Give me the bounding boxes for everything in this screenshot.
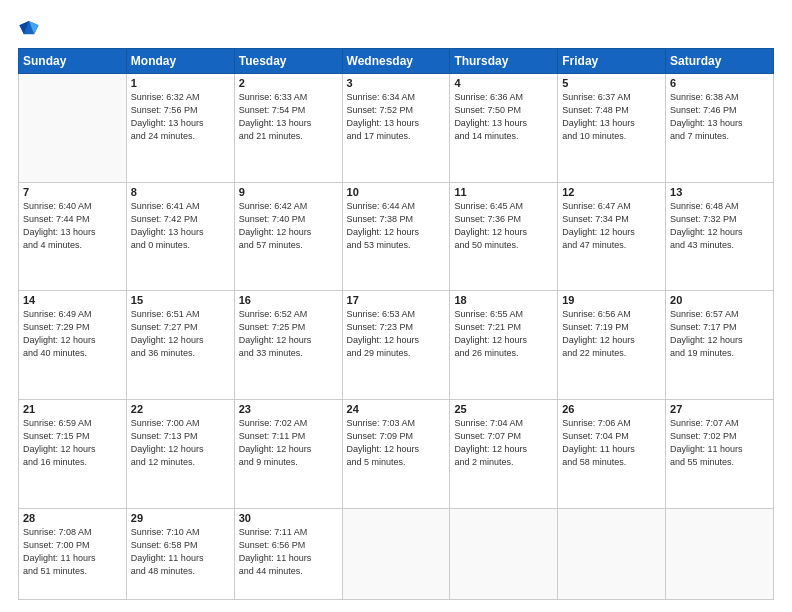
day-info: Sunrise: 6:38 AMSunset: 7:46 PMDaylight:… [670,91,769,143]
weekday-header-tuesday: Tuesday [234,49,342,74]
day-info: Sunrise: 6:34 AMSunset: 7:52 PMDaylight:… [347,91,446,143]
day-info: Sunrise: 7:11 AMSunset: 6:56 PMDaylight:… [239,526,338,578]
day-info: Sunrise: 7:00 AMSunset: 7:13 PMDaylight:… [131,417,230,469]
weekday-header-monday: Monday [126,49,234,74]
day-number: 6 [670,77,769,89]
day-number: 5 [562,77,661,89]
header [18,18,774,40]
day-info: Sunrise: 6:56 AMSunset: 7:19 PMDaylight:… [562,308,661,360]
calendar-cell: 9Sunrise: 6:42 AMSunset: 7:40 PMDaylight… [234,182,342,291]
day-number: 20 [670,294,769,306]
day-info: Sunrise: 6:55 AMSunset: 7:21 PMDaylight:… [454,308,553,360]
week-row-4: 28Sunrise: 7:08 AMSunset: 7:00 PMDayligh… [19,508,774,599]
calendar-cell: 29Sunrise: 7:10 AMSunset: 6:58 PMDayligh… [126,508,234,599]
weekday-header-saturday: Saturday [666,49,774,74]
day-info: Sunrise: 7:07 AMSunset: 7:02 PMDaylight:… [670,417,769,469]
day-number: 16 [239,294,338,306]
day-number: 10 [347,186,446,198]
day-number: 23 [239,403,338,415]
calendar-cell: 8Sunrise: 6:41 AMSunset: 7:42 PMDaylight… [126,182,234,291]
day-info: Sunrise: 7:10 AMSunset: 6:58 PMDaylight:… [131,526,230,578]
week-row-2: 14Sunrise: 6:49 AMSunset: 7:29 PMDayligh… [19,291,774,400]
day-number: 4 [454,77,553,89]
calendar-cell: 21Sunrise: 6:59 AMSunset: 7:15 PMDayligh… [19,399,127,508]
day-info: Sunrise: 7:08 AMSunset: 7:00 PMDaylight:… [23,526,122,578]
day-number: 29 [131,512,230,524]
day-number: 3 [347,77,446,89]
calendar-cell: 24Sunrise: 7:03 AMSunset: 7:09 PMDayligh… [342,399,450,508]
day-info: Sunrise: 6:59 AMSunset: 7:15 PMDaylight:… [23,417,122,469]
calendar-cell: 28Sunrise: 7:08 AMSunset: 7:00 PMDayligh… [19,508,127,599]
day-number: 19 [562,294,661,306]
day-info: Sunrise: 7:06 AMSunset: 7:04 PMDaylight:… [562,417,661,469]
day-info: Sunrise: 6:48 AMSunset: 7:32 PMDaylight:… [670,200,769,252]
day-number: 18 [454,294,553,306]
calendar-cell: 19Sunrise: 6:56 AMSunset: 7:19 PMDayligh… [558,291,666,400]
logo [18,18,44,40]
calendar-table: SundayMondayTuesdayWednesdayThursdayFrid… [18,48,774,600]
day-info: Sunrise: 6:53 AMSunset: 7:23 PMDaylight:… [347,308,446,360]
calendar-cell [342,508,450,599]
week-row-1: 7Sunrise: 6:40 AMSunset: 7:44 PMDaylight… [19,182,774,291]
day-number: 24 [347,403,446,415]
calendar-cell: 23Sunrise: 7:02 AMSunset: 7:11 PMDayligh… [234,399,342,508]
day-info: Sunrise: 6:44 AMSunset: 7:38 PMDaylight:… [347,200,446,252]
day-info: Sunrise: 6:57 AMSunset: 7:17 PMDaylight:… [670,308,769,360]
day-number: 28 [23,512,122,524]
day-info: Sunrise: 6:47 AMSunset: 7:34 PMDaylight:… [562,200,661,252]
day-number: 7 [23,186,122,198]
day-info: Sunrise: 6:51 AMSunset: 7:27 PMDaylight:… [131,308,230,360]
day-info: Sunrise: 7:04 AMSunset: 7:07 PMDaylight:… [454,417,553,469]
day-number: 22 [131,403,230,415]
calendar-cell [19,74,127,183]
day-number: 30 [239,512,338,524]
calendar-cell: 20Sunrise: 6:57 AMSunset: 7:17 PMDayligh… [666,291,774,400]
weekday-header-sunday: Sunday [19,49,127,74]
calendar-cell: 12Sunrise: 6:47 AMSunset: 7:34 PMDayligh… [558,182,666,291]
calendar-cell: 27Sunrise: 7:07 AMSunset: 7:02 PMDayligh… [666,399,774,508]
calendar-cell: 10Sunrise: 6:44 AMSunset: 7:38 PMDayligh… [342,182,450,291]
calendar-cell: 14Sunrise: 6:49 AMSunset: 7:29 PMDayligh… [19,291,127,400]
day-number: 21 [23,403,122,415]
calendar-cell: 5Sunrise: 6:37 AMSunset: 7:48 PMDaylight… [558,74,666,183]
week-row-3: 21Sunrise: 6:59 AMSunset: 7:15 PMDayligh… [19,399,774,508]
day-number: 9 [239,186,338,198]
day-info: Sunrise: 6:42 AMSunset: 7:40 PMDaylight:… [239,200,338,252]
calendar-cell: 22Sunrise: 7:00 AMSunset: 7:13 PMDayligh… [126,399,234,508]
day-info: Sunrise: 6:52 AMSunset: 7:25 PMDaylight:… [239,308,338,360]
day-number: 14 [23,294,122,306]
calendar-cell: 7Sunrise: 6:40 AMSunset: 7:44 PMDaylight… [19,182,127,291]
day-number: 12 [562,186,661,198]
day-number: 25 [454,403,553,415]
calendar-cell: 6Sunrise: 6:38 AMSunset: 7:46 PMDaylight… [666,74,774,183]
calendar-cell: 1Sunrise: 6:32 AMSunset: 7:56 PMDaylight… [126,74,234,183]
day-info: Sunrise: 6:36 AMSunset: 7:50 PMDaylight:… [454,91,553,143]
day-number: 17 [347,294,446,306]
day-number: 13 [670,186,769,198]
calendar-cell: 30Sunrise: 7:11 AMSunset: 6:56 PMDayligh… [234,508,342,599]
logo-icon [18,18,40,40]
calendar-cell: 11Sunrise: 6:45 AMSunset: 7:36 PMDayligh… [450,182,558,291]
weekday-header-thursday: Thursday [450,49,558,74]
day-number: 11 [454,186,553,198]
calendar-cell [666,508,774,599]
day-number: 26 [562,403,661,415]
calendar-cell: 15Sunrise: 6:51 AMSunset: 7:27 PMDayligh… [126,291,234,400]
day-info: Sunrise: 6:49 AMSunset: 7:29 PMDaylight:… [23,308,122,360]
calendar-cell: 18Sunrise: 6:55 AMSunset: 7:21 PMDayligh… [450,291,558,400]
calendar-cell: 25Sunrise: 7:04 AMSunset: 7:07 PMDayligh… [450,399,558,508]
calendar-page: SundayMondayTuesdayWednesdayThursdayFrid… [0,0,792,612]
calendar-cell: 17Sunrise: 6:53 AMSunset: 7:23 PMDayligh… [342,291,450,400]
day-info: Sunrise: 6:45 AMSunset: 7:36 PMDaylight:… [454,200,553,252]
day-info: Sunrise: 7:03 AMSunset: 7:09 PMDaylight:… [347,417,446,469]
day-info: Sunrise: 6:32 AMSunset: 7:56 PMDaylight:… [131,91,230,143]
week-row-0: 1Sunrise: 6:32 AMSunset: 7:56 PMDaylight… [19,74,774,183]
calendar-cell: 2Sunrise: 6:33 AMSunset: 7:54 PMDaylight… [234,74,342,183]
day-info: Sunrise: 6:40 AMSunset: 7:44 PMDaylight:… [23,200,122,252]
day-info: Sunrise: 6:33 AMSunset: 7:54 PMDaylight:… [239,91,338,143]
calendar-cell: 3Sunrise: 6:34 AMSunset: 7:52 PMDaylight… [342,74,450,183]
calendar-cell: 26Sunrise: 7:06 AMSunset: 7:04 PMDayligh… [558,399,666,508]
day-number: 15 [131,294,230,306]
calendar-cell [450,508,558,599]
day-number: 1 [131,77,230,89]
